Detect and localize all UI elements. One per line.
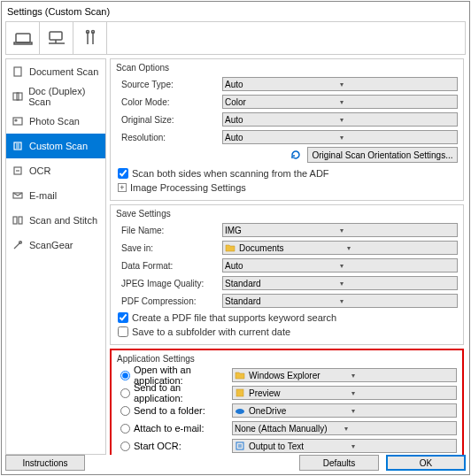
text-icon — [235, 441, 245, 451]
data-format-select[interactable]: Auto▾ — [222, 258, 458, 273]
tab-network-icon[interactable] — [40, 22, 73, 54]
svg-rect-0 — [16, 34, 30, 42]
onedrive-icon — [235, 405, 245, 416]
toolbar — [5, 21, 466, 55]
application-settings-group: Application Settings Open with an applic… — [110, 349, 464, 455]
photo-icon — [12, 115, 24, 127]
sidebar-item-label: OCR — [29, 165, 50, 176]
source-type-label: Source Type: — [116, 80, 222, 89]
svg-rect-7 — [17, 93, 22, 100]
chevron-down-icon: ▾ — [340, 226, 455, 234]
scan-options-group: Scan Options Source Type: Auto▾ Color Mo… — [110, 58, 464, 201]
svg-rect-16 — [236, 389, 243, 396]
svg-point-9 — [15, 119, 17, 121]
sidebar-item-label: E-mail — [29, 190, 57, 201]
chevron-down-icon: ▾ — [340, 297, 455, 305]
duplex-icon — [12, 90, 23, 103]
instructions-button[interactable]: Instructions — [5, 455, 85, 471]
svg-rect-2 — [50, 32, 62, 40]
chevron-down-icon: ▾ — [340, 280, 455, 288]
send-app-radio[interactable]: Send to an application: — [117, 382, 232, 403]
footer: Instructions Defaults OK — [5, 455, 466, 471]
attach-email-select[interactable]: None (Attach Manually)▾ — [232, 421, 457, 435]
chevron-down-icon: ▾ — [340, 81, 455, 88]
resolution-select[interactable]: Auto▾ — [222, 130, 458, 144]
start-ocr-radio[interactable]: Start OCR: — [117, 441, 232, 451]
scangear-icon — [12, 239, 24, 251]
original-size-label: Original Size: — [116, 115, 222, 125]
sidebar-item-label: Document Scan — [29, 66, 98, 77]
image-processing-expand[interactable]: +Image Processing Settings — [116, 180, 458, 195]
source-type-select[interactable]: Auto▾ — [222, 77, 458, 91]
orientation-settings-button[interactable]: Original Scan Orientation Settings... — [307, 147, 458, 163]
sidebar-item-ocr[interactable]: OCR — [6, 158, 105, 183]
svg-rect-14 — [19, 217, 22, 224]
svg-rect-8 — [13, 118, 22, 125]
defaults-button[interactable]: Defaults — [299, 455, 379, 471]
create-pdf-checkbox[interactable]: Create a PDF file that supports keyword … — [116, 311, 458, 325]
explorer-icon — [235, 370, 245, 380]
sidebar-item-label: Custom Scan — [29, 141, 88, 151]
save-in-select[interactable]: Documents▾ — [222, 241, 458, 255]
original-size-select[interactable]: Auto▾ — [222, 112, 458, 127]
sidebar-item-label: ScanGear — [29, 240, 73, 250]
svg-rect-1 — [14, 42, 32, 44]
sidebar-item-label: Scan and Stitch — [29, 215, 97, 226]
refresh-icon[interactable] — [290, 149, 304, 161]
start-ocr-select[interactable]: Output to Text▾ — [232, 439, 457, 453]
chevron-down-icon: ▾ — [340, 134, 455, 142]
ok-button[interactable]: OK — [386, 455, 466, 471]
svg-rect-6 — [13, 93, 19, 100]
preview-icon — [235, 388, 245, 398]
plus-icon: + — [118, 183, 127, 192]
chevron-down-icon: ▾ — [351, 389, 454, 397]
data-format-label: Data Format: — [116, 261, 222, 271]
chevron-down-icon: ▾ — [340, 262, 455, 270]
color-mode-label: Color Mode: — [116, 97, 222, 107]
sidebar-item-scangear[interactable]: ScanGear — [6, 233, 105, 257]
send-app-select[interactable]: Preview▾ — [232, 386, 457, 400]
file-name-input[interactable]: IMG▾ — [222, 223, 458, 237]
chevron-down-icon: ▾ — [347, 244, 455, 252]
send-folder-radio[interactable]: Send to a folder: — [117, 405, 232, 416]
app-settings-title: Application Settings — [117, 354, 457, 364]
sidebar-item-document-scan[interactable]: Document Scan — [6, 59, 105, 84]
pdf-compression-select[interactable]: Standard▾ — [222, 294, 458, 308]
save-subfolder-checkbox[interactable]: Save to a subfolder with current date — [116, 325, 458, 339]
custom-icon — [12, 140, 24, 152]
stitch-icon — [12, 214, 24, 226]
chevron-down-icon: ▾ — [344, 425, 454, 433]
sidebar-item-photo-scan[interactable]: Photo Scan — [6, 109, 105, 134]
chevron-down-icon: ▾ — [351, 442, 454, 450]
ocr-icon — [12, 165, 24, 177]
document-icon — [12, 65, 24, 78]
open-with-select[interactable]: Windows Explorer▾ — [232, 368, 457, 382]
scan-both-sides-checkbox[interactable]: Scan both sides when scanning from the A… — [116, 166, 458, 180]
svg-point-17 — [236, 409, 244, 414]
tab-scanner-icon[interactable] — [6, 22, 40, 54]
sidebar-item-email[interactable]: E-mail — [6, 183, 105, 208]
svg-rect-18 — [236, 442, 243, 449]
chevron-down-icon: ▾ — [351, 407, 454, 415]
jpeg-quality-select[interactable]: Standard▾ — [222, 276, 458, 290]
send-folder-select[interactable]: OneDrive▾ — [232, 403, 457, 418]
attach-email-radio[interactable]: Attach to e-mail: — [117, 423, 232, 434]
scan-options-title: Scan Options — [116, 63, 458, 73]
sidebar: Document Scan Doc (Duplex) Scan Photo Sc… — [5, 58, 106, 455]
content-pane: Scan Options Source Type: Auto▾ Color Mo… — [110, 58, 466, 455]
sidebar-item-label: Doc (Duplex) Scan — [28, 86, 105, 107]
chevron-down-icon: ▾ — [340, 98, 455, 106]
pdf-compression-label: PDF Compression: — [116, 296, 222, 306]
color-mode-select[interactable]: Color▾ — [222, 95, 458, 109]
jpeg-quality-label: JPEG Image Quality: — [116, 279, 222, 288]
save-settings-title: Save Settings — [116, 209, 458, 219]
file-name-label: File Name: — [116, 226, 222, 235]
chevron-down-icon: ▾ — [340, 116, 455, 124]
sidebar-item-scan-stitch[interactable]: Scan and Stitch — [6, 208, 105, 233]
sidebar-item-doc-duplex[interactable]: Doc (Duplex) Scan — [6, 84, 105, 109]
save-in-label: Save in: — [116, 243, 222, 253]
email-icon — [12, 189, 24, 202]
sidebar-item-custom-scan[interactable]: Custom Scan — [6, 134, 105, 158]
tab-tools-icon[interactable] — [73, 22, 107, 54]
svg-rect-13 — [13, 217, 17, 224]
